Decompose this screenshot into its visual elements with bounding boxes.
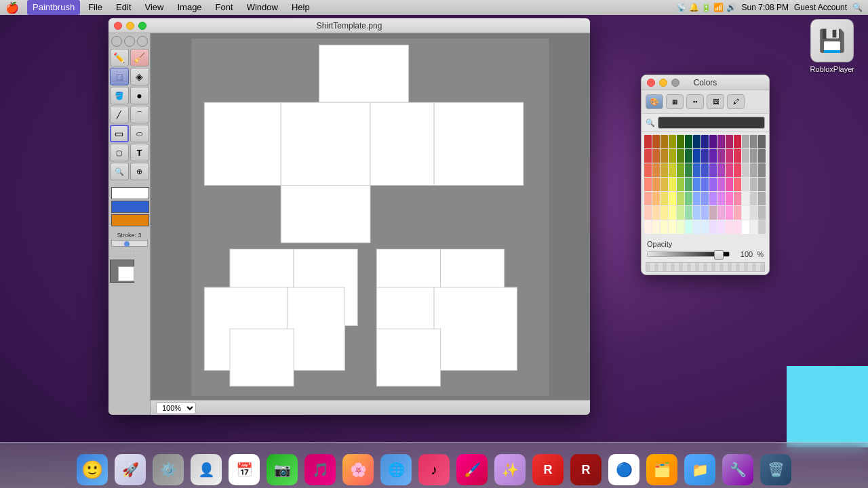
crayon-3-4[interactable]: [677, 178, 684, 191]
eyedropper-tool[interactable]: ●: [130, 87, 149, 104]
crayon-1-10[interactable]: [726, 149, 733, 163]
crayon-6-2[interactable]: [660, 220, 668, 234]
color-image-btn[interactable]: 🖼: [707, 94, 724, 109]
menubar-search-icon[interactable]: 🔍: [852, 3, 863, 12]
dock-system-prefs[interactable]: ⚙️: [151, 450, 186, 485]
dock-finder[interactable]: 🙂: [75, 450, 110, 485]
crayon-3-5[interactable]: [685, 178, 692, 191]
crayon-1-8[interactable]: [709, 149, 717, 163]
colors-close-button[interactable]: [647, 79, 655, 87]
crayon-5-1[interactable]: [652, 206, 660, 220]
crayon-2-5[interactable]: [685, 163, 692, 177]
crayon-4-10[interactable]: [726, 192, 733, 205]
crayon-1-5[interactable]: [685, 149, 692, 163]
crayon-5-14[interactable]: [758, 206, 766, 220]
move-tool[interactable]: ◈: [130, 68, 149, 85]
crayon-5-0[interactable]: [644, 206, 652, 220]
dock-folder[interactable]: 📁: [682, 450, 717, 485]
crayon-3-1[interactable]: [652, 178, 660, 191]
crayon-4-6[interactable]: [693, 192, 701, 205]
crayon-3-8[interactable]: [709, 178, 717, 191]
close-button[interactable]: [114, 22, 122, 30]
shirt-canvas[interactable]: [156, 39, 585, 396]
crayon-6-8[interactable]: [709, 220, 717, 234]
crayon-4-2[interactable]: [660, 192, 668, 205]
crayon-3-3[interactable]: [669, 178, 676, 191]
crayon-0-5[interactable]: [685, 135, 692, 148]
dock-app4[interactable]: 🗂️: [644, 450, 679, 485]
dock-paintbrush[interactable]: 🖌️: [454, 450, 490, 485]
menubar-edit[interactable]: Edit: [111, 0, 136, 15]
crayon-1-13[interactable]: [750, 149, 757, 163]
color-sliders-btn[interactable]: ▦: [666, 94, 684, 109]
crayon-1-14[interactable]: [758, 149, 766, 163]
crayon-3-11[interactable]: [734, 178, 741, 191]
background-color-orange[interactable]: [111, 214, 149, 226]
crayon-0-1[interactable]: [652, 135, 660, 148]
crayon-2-4[interactable]: [677, 163, 684, 177]
menubar-help[interactable]: Help: [286, 0, 315, 15]
dock-facetime[interactable]: 📷: [264, 450, 300, 485]
crayon-0-9[interactable]: [717, 135, 725, 148]
crayon-4-8[interactable]: [709, 192, 717, 205]
dock-app3[interactable]: ✨: [492, 450, 528, 485]
crayon-6-5[interactable]: [685, 220, 692, 234]
crayon-0-7[interactable]: [701, 135, 709, 148]
menubar-app[interactable]: Paintbrush: [27, 0, 80, 15]
crayon-0-13[interactable]: [750, 135, 757, 148]
crayon-0-10[interactable]: [726, 135, 733, 148]
foreground-color-swatch[interactable]: [111, 187, 149, 199]
crayon-0-2[interactable]: [660, 135, 668, 148]
crayon-3-6[interactable]: [693, 178, 701, 191]
crayon-4-12[interactable]: [742, 192, 749, 205]
crayon-5-13[interactable]: [750, 206, 757, 220]
crayon-2-13[interactable]: [750, 163, 757, 177]
dock-app2[interactable]: ♪: [416, 450, 452, 485]
crayon-2-6[interactable]: [693, 163, 701, 177]
dock-calendar[interactable]: 📅: [226, 450, 262, 485]
color-palette-btn[interactable]: ▪▪: [686, 94, 704, 109]
crayon-3-0[interactable]: [644, 178, 652, 191]
mode-btn-1[interactable]: [111, 36, 122, 47]
crayon-2-14[interactable]: [758, 163, 766, 177]
crayon-2-7[interactable]: [701, 163, 709, 177]
crayon-6-9[interactable]: [717, 220, 725, 234]
crayon-2-3[interactable]: [669, 163, 676, 177]
crayon-2-10[interactable]: [726, 163, 733, 177]
crayon-1-7[interactable]: [701, 149, 709, 163]
crayon-6-13[interactable]: [750, 220, 757, 234]
crayon-4-0[interactable]: [644, 192, 652, 205]
crayon-1-9[interactable]: [717, 149, 725, 163]
colors-minimize-button[interactable]: [659, 79, 667, 87]
select-tool[interactable]: ⬚: [110, 68, 129, 85]
pencil-tool[interactable]: ✏️: [110, 49, 129, 66]
crayon-5-5[interactable]: [685, 206, 692, 220]
crayon-4-1[interactable]: [652, 192, 660, 205]
crayon-1-2[interactable]: [660, 149, 668, 163]
zoom-tool[interactable]: ⊕: [130, 163, 149, 180]
crayon-4-5[interactable]: [685, 192, 692, 205]
color-pick-tool[interactable]: 🔍: [110, 163, 129, 180]
opacity-slider-track[interactable]: [647, 251, 730, 257]
dock-app1[interactable]: 🌐: [378, 450, 414, 485]
crayon-3-10[interactable]: [726, 178, 733, 191]
eraser-tool[interactable]: 🧹: [130, 49, 149, 66]
crayon-0-3[interactable]: [669, 135, 676, 148]
crayon-2-9[interactable]: [717, 163, 725, 177]
crayon-5-10[interactable]: [726, 206, 733, 220]
dock-launchpad[interactable]: 🚀: [113, 450, 148, 485]
rect-tool[interactable]: ▭: [110, 125, 129, 142]
crayon-1-6[interactable]: [693, 149, 701, 163]
crayon-2-8[interactable]: [709, 163, 717, 177]
crayon-5-12[interactable]: [742, 206, 749, 220]
crayon-2-2[interactable]: [660, 163, 668, 177]
colors-search-input[interactable]: [658, 117, 765, 129]
colors-maximize-button[interactable]: [671, 79, 679, 87]
zoom-select[interactable]: 100%: [156, 402, 196, 414]
crayon-0-8[interactable]: [709, 135, 717, 148]
crayon-5-6[interactable]: [693, 206, 701, 220]
stroke-slider[interactable]: [111, 240, 148, 247]
crayon-2-0[interactable]: [644, 163, 652, 177]
menubar-user[interactable]: Guest Account: [794, 3, 847, 12]
crayon-4-7[interactable]: [701, 192, 709, 205]
